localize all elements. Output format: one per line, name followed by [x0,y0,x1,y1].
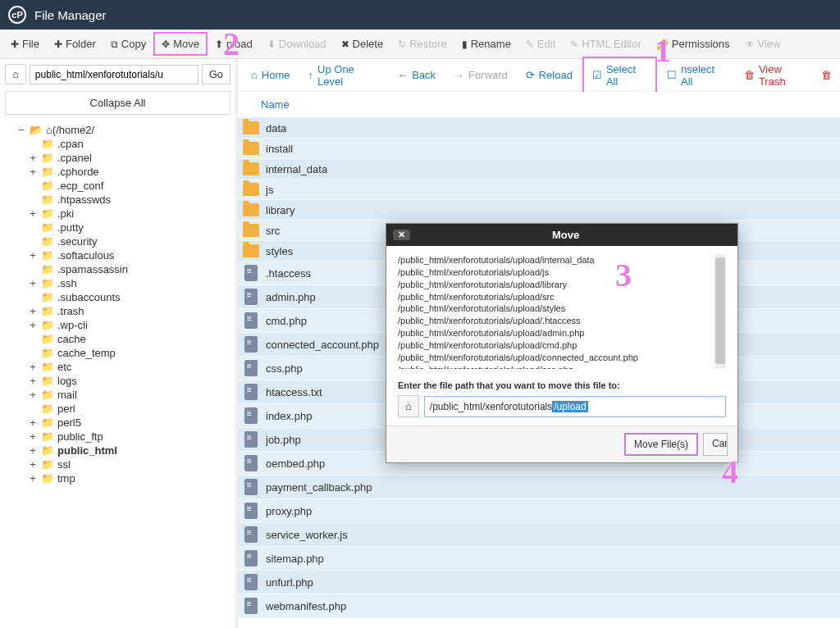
tree-item[interactable]: 📁.subaccounts [5,290,231,304]
cancel-button[interactable]: Cancel [703,433,728,456]
html-editor-button[interactable]: ✎HTML Editor [563,33,648,55]
path-input[interactable] [30,65,199,84]
tree-item[interactable]: +📁.ssh [5,276,231,290]
expand-icon[interactable]: + [28,458,38,471]
folder-button[interactable]: ✚Folder [47,33,103,55]
home-button[interactable]: ⌂ [5,64,26,84]
expand-icon[interactable]: + [28,277,38,289]
column-header-name[interactable]: Name [238,92,840,118]
file-row[interactable]: js [238,180,840,200]
view-button[interactable]: 👁View [737,33,788,55]
upload-button[interactable]: ⬆pload [208,33,260,55]
file-row[interactable]: proxy.php [238,499,840,523]
tree-item[interactable]: 📁.cpan [5,137,231,151]
tree-item[interactable]: 📁.spamassassin [5,262,231,276]
expand-icon[interactable]: + [28,389,38,401]
forward-button[interactable]: →Forward [445,64,516,86]
tree-item[interactable]: +📁perl5 [5,416,231,430]
expand-icon[interactable]: + [28,444,38,457]
folder-icon: 📁 [41,361,54,373]
tree-item[interactable]: +📁.cpanel [5,151,231,165]
expand-icon[interactable]: + [28,305,38,317]
reload-button[interactable]: ⟳Reload [518,64,581,86]
tree-item[interactable]: 📁.ecp_conf [5,179,231,193]
tree-item[interactable]: +📁ssl [5,457,231,471]
dialog-path-list[interactable]: /public_html/xenforotutorials/upload/int… [398,254,726,369]
tree-item[interactable]: 📁cache [5,332,231,346]
go-button[interactable]: Go [202,64,231,84]
move-button[interactable]: ✥Move [153,32,208,56]
scrollbar-thumb[interactable] [715,257,725,364]
unselect-all-button[interactable]: ☐nselect All [659,58,734,93]
expand-icon[interactable]: + [28,472,38,485]
up-level-button[interactable]: ↑Up One Level [300,58,388,93]
plus-icon: ✚ [11,39,19,50]
folder-icon: 📁 [41,235,54,248]
tree-item[interactable]: +📁public_ftp [5,430,231,444]
file-row[interactable]: unfurl.php [238,571,840,594]
dialog-titlebar[interactable]: ✕ Move [386,224,737,246]
tree-item[interactable]: +📁.wp-cli [5,318,231,332]
close-icon[interactable]: ✕ [393,230,410,240]
expand-icon[interactable]: + [28,166,38,178]
tree-root[interactable]: − 📂 ⌂ (/home2/ [5,123,231,137]
file-row[interactable]: data [238,118,840,139]
destination-path-input[interactable]: /public_html/xenforotutorials/upload [424,396,726,417]
file-row[interactable]: install [238,139,840,159]
view-trash-button[interactable]: 🗑View Trash [736,58,816,93]
collapse-all-button[interactable]: Collapse All [5,91,231,115]
folder-icon: 📁 [41,472,54,485]
tree-item[interactable]: +📁tmp [5,471,231,485]
back-button[interactable]: ←Back [389,64,444,86]
delete-button[interactable]: ✖Delete [334,33,391,55]
tree-item[interactable]: +📁mail [5,388,231,402]
permissions-button[interactable]: 🔑Permissions [649,33,737,55]
expand-icon[interactable]: + [28,375,38,387]
file-row[interactable]: payment_callback.php [238,476,840,499]
expand-icon[interactable]: + [28,152,38,164]
edit-button[interactable]: ✎Edit [518,33,563,55]
tree-item[interactable]: +📁public_html [5,444,231,457]
expand-icon[interactable]: + [28,416,38,429]
trash-extra-button[interactable]: 🗑 [818,64,835,86]
file-row[interactable]: service_worker.js [238,523,840,547]
file-row[interactable]: sitemap.php [238,547,840,571]
tree-item[interactable]: +📁.cphorde [5,165,231,179]
tree-item[interactable]: +📁logs [5,374,231,388]
folder-icon [243,183,259,196]
folder-icon: 📁 [41,347,54,359]
tree-item[interactable]: 📁cache_temp [5,346,231,360]
expand-icon[interactable]: + [28,430,38,443]
expand-icon[interactable]: + [28,207,38,220]
rename-button[interactable]: ▮Rename [454,33,518,55]
expand-icon[interactable]: + [28,249,38,262]
file-name: proxy.php [266,505,312,517]
nav-home-button[interactable]: ⌂Home [243,64,299,86]
file-button[interactable]: ✚File [3,33,47,55]
move-files-button[interactable]: Move File(s) [624,433,698,456]
scrollbar[interactable] [714,254,726,369]
tree-item[interactable]: +📁.softaculous [5,248,231,262]
tree-item[interactable]: 📁.putty [5,221,231,234]
copy-button[interactable]: ⧉Copy [103,33,153,55]
file-row[interactable]: library [238,200,840,221]
tree-item[interactable]: 📁perl [5,402,231,416]
collapse-icon[interactable]: − [16,124,26,136]
tree-item[interactable]: +📁.pki [5,207,231,221]
tree-item[interactable]: 📁.htpasswds [5,193,231,207]
folder-icon: 📁 [41,458,54,471]
tree-item[interactable]: +📁.trash [5,304,231,318]
file-row[interactable]: internal_data [238,159,840,180]
tree-item[interactable]: 📁.security [5,234,231,248]
file-name: data [266,122,286,134]
expand-icon[interactable]: + [28,361,38,373]
tree-item[interactable]: +📁etc [5,360,231,374]
select-all-button[interactable]: ☑Select All [582,57,657,94]
folder-icon: 📁 [41,152,54,164]
restore-button[interactable]: ↻Restore [390,33,454,55]
download-button[interactable]: ⬇Download [260,33,334,55]
move-dialog: ✕ Move /public_html/xenforotutorials/upl… [386,223,738,463]
dialog-home-button[interactable]: ⌂ [398,395,419,417]
file-row[interactable]: webmanifest.php [238,594,840,618]
expand-icon[interactable]: + [28,319,38,331]
